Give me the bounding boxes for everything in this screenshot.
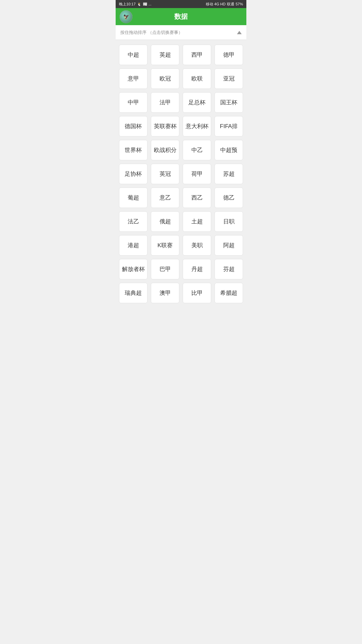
league-item-yidalibei[interactable]: 意大利杯 <box>183 116 211 137</box>
chevron-up-icon[interactable] <box>237 31 242 34</box>
league-item-deyi[interactable]: 德乙 <box>215 187 243 208</box>
league-item-fayi[interactable]: 法乙 <box>119 211 147 232</box>
sort-main-text: 按住拖动排序 <box>120 30 146 35</box>
status-icons: 🐧 📰 ... <box>137 2 152 6</box>
league-item-bijia[interactable]: 比甲 <box>183 283 211 303</box>
status-carrier: 联通 <box>227 2 234 7</box>
league-item-deguobei[interactable]: 德国杯 <box>119 116 147 137</box>
league-item-achao[interactable]: 阿超 <box>215 235 243 256</box>
league-item-ruidianchao[interactable]: 瑞典超 <box>119 283 147 303</box>
league-item-jiefangzhibei[interactable]: 解放者杯 <box>119 259 147 279</box>
header-title: 数据 <box>174 12 188 21</box>
league-item-kliansai[interactable]: K联赛 <box>151 235 179 256</box>
league-item-yijia[interactable]: 意甲 <box>119 68 147 89</box>
league-item-yaguan[interactable]: 亚冠 <box>215 68 243 89</box>
league-item-guowangbei[interactable]: 国王杯 <box>215 92 243 113</box>
avatar[interactable]: 🦅 <box>120 10 132 23</box>
status-right: 移动 4G HD 联通 57% <box>206 2 243 7</box>
league-item-yiyi[interactable]: 意乙 <box>151 187 179 208</box>
league-item-tuchao[interactable]: 土超 <box>183 211 211 232</box>
header: 🦅 数据 <box>116 8 246 25</box>
league-item-zhongchaoyb[interactable]: 中超预 <box>215 140 243 160</box>
league-item-zuzonbei[interactable]: 足总杯 <box>183 92 211 113</box>
status-bar: 晚上10:17 🐧 📰 ... 移动 4G HD 联通 57% <box>116 0 246 8</box>
league-item-meizhi[interactable]: 美职 <box>183 235 211 256</box>
league-item-oulian[interactable]: 欧联 <box>183 68 211 89</box>
league-item-danchao[interactable]: 丹超 <box>183 259 211 279</box>
sort-bar[interactable]: 按住拖动排序 （点击切换赛事） <box>116 25 246 40</box>
league-item-zhongjia[interactable]: 中甲 <box>119 92 147 113</box>
league-item-fifapai[interactable]: FIFA排 <box>215 116 243 137</box>
league-item-xijia[interactable]: 西甲 <box>183 45 211 65</box>
sort-sub-text: （点击切换赛事） <box>148 30 183 35</box>
league-item-suchao[interactable]: 苏超 <box>215 164 243 184</box>
league-item-yingguan[interactable]: 英冠 <box>151 164 179 184</box>
league-item-ouzhanjifen[interactable]: 欧战积分 <box>151 140 179 160</box>
league-item-hejia[interactable]: 荷甲 <box>183 164 211 184</box>
league-item-echao[interactable]: 俄超 <box>151 211 179 232</box>
league-item-xilachao[interactable]: 希腊超 <box>215 283 243 303</box>
league-item-shijieibei[interactable]: 世界杯 <box>119 140 147 160</box>
league-item-ouguan[interactable]: 欧冠 <box>151 68 179 89</box>
league-item-puchao[interactable]: 葡超 <box>119 187 147 208</box>
league-item-xiyi[interactable]: 西乙 <box>183 187 211 208</box>
league-item-aojia[interactable]: 澳甲 <box>151 283 179 303</box>
league-item-dejia[interactable]: 德甲 <box>215 45 243 65</box>
sort-bar-text: 按住拖动排序 （点击切换赛事） <box>120 29 183 36</box>
league-item-rizhi[interactable]: 日职 <box>215 211 243 232</box>
status-battery: 57% <box>236 2 243 6</box>
league-item-zhongyi[interactable]: 中乙 <box>183 140 211 160</box>
league-item-bajia[interactable]: 巴甲 <box>151 259 179 279</box>
league-item-fajia[interactable]: 法甲 <box>151 92 179 113</box>
status-left: 晚上10:17 🐧 📰 ... <box>119 2 152 7</box>
league-item-zhongchao[interactable]: 中超 <box>119 45 147 65</box>
league-grid: 中超英超西甲德甲意甲欧冠欧联亚冠中甲法甲足总杯国王杯德国杯英联赛杯意大利杯FIF… <box>116 40 246 308</box>
league-item-zuixiebei[interactable]: 足协杯 <box>119 164 147 184</box>
avatar-image: 🦅 <box>120 10 132 23</box>
status-network: 移动 4G HD <box>206 2 226 7</box>
league-item-gangchao[interactable]: 港超 <box>119 235 147 256</box>
league-item-yinglianraisebei[interactable]: 英联赛杯 <box>151 116 179 137</box>
league-item-fenchao[interactable]: 芬超 <box>215 259 243 279</box>
status-time: 晚上10:17 <box>119 2 136 7</box>
league-item-yingchao[interactable]: 英超 <box>151 45 179 65</box>
